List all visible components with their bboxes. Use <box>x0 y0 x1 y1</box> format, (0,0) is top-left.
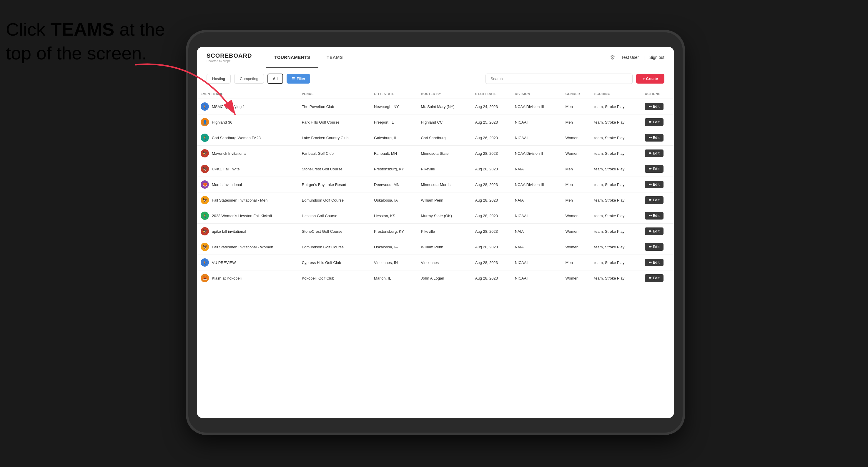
cell-start-7: Aug 28, 2023 <box>472 208 512 224</box>
cell-scoring-8: team, Stroke Play <box>591 224 642 239</box>
event-name-8: upike fall invitational <box>212 229 246 234</box>
team-avatar-8: 🦅 <box>201 227 209 236</box>
col-header-division: DIVISION <box>512 89 562 99</box>
signout-link[interactable]: Sign out <box>649 55 664 60</box>
table-row: 🏌 MSMC Qualifying 1 The Powelton Club Ne… <box>197 99 674 115</box>
event-name-11: Klash at Kokopelli <box>212 276 242 280</box>
cell-scoring-7: team, Stroke Play <box>591 208 642 224</box>
competing-filter-button[interactable]: Competing <box>234 74 264 84</box>
tablet-frame: SCOREBOARD Powered by clippit TOURNAMENT… <box>188 32 683 433</box>
nav-tabs: TOURNAMENTS TEAMS <box>266 47 608 68</box>
cell-gender-0: Men <box>562 99 591 115</box>
col-header-start: START DATE <box>472 89 512 99</box>
toolbar: Hosting Competing All ☰ Filter + Create <box>197 68 674 89</box>
event-name-2: Carl Sandburg Women FA23 <box>212 136 261 140</box>
edit-button-4[interactable]: ✏ Edit <box>645 165 663 173</box>
table-row: 🦅 Maverick Invitational Faribault Golf C… <box>197 146 674 161</box>
event-name-5: Morris Invitational <box>212 182 242 187</box>
cell-venue-4: StoneCrest Golf Course <box>298 161 370 177</box>
filter-button[interactable]: ☰ Filter <box>287 74 310 84</box>
cell-actions-2: ✏ Edit <box>641 130 674 146</box>
cell-city-4: Prestonsburg, KY <box>370 161 417 177</box>
col-header-event: EVENT NAME <box>197 89 298 99</box>
cell-division-4: NAIA <box>512 161 562 177</box>
cell-event-1: 👤 Highland 36 <box>197 115 298 130</box>
cell-division-0: NCAA Division III <box>512 99 562 115</box>
cell-hosted-4: Pikeville <box>417 161 472 177</box>
tab-tournaments[interactable]: TOURNAMENTS <box>266 47 318 68</box>
table-container[interactable]: EVENT NAME VENUE CITY, STATE HOSTED BY S… <box>197 89 674 418</box>
cell-scoring-1: team, Stroke Play <box>591 115 642 130</box>
edit-button-1[interactable]: ✏ Edit <box>645 118 663 126</box>
event-name-6: Fall Statesmen Invitational - Men <box>212 198 268 203</box>
event-name-7: 2023 Women's Hesston Fall Kickoff <box>212 214 272 218</box>
team-avatar-10: 🏌 <box>201 258 209 267</box>
cell-event-5: 🦊 Morris Invitational <box>197 177 298 192</box>
cell-hosted-10: Vincennes <box>417 255 472 271</box>
edit-button-6[interactable]: ✏ Edit <box>645 196 663 204</box>
table-row: 🦊 Morris Invitational Ruttger's Bay Lake… <box>197 177 674 192</box>
cell-event-0: 🏌 MSMC Qualifying 1 <box>197 99 298 115</box>
cell-city-8: Prestonsburg, KY <box>370 224 417 239</box>
table-row: 🦅 upike fall invitational StoneCrest Gol… <box>197 224 674 239</box>
cell-hosted-5: Minnesota-Morris <box>417 177 472 192</box>
team-avatar-9: 🦅 <box>201 243 209 251</box>
cell-actions-0: ✏ Edit <box>641 99 674 115</box>
logo-subtitle: Powered by clippit <box>207 59 252 63</box>
cell-event-2: 🏌 Carl Sandburg Women FA23 <box>197 130 298 146</box>
cell-event-10: 🏌 VU PREVIEW <box>197 255 298 271</box>
table-row: 👤 Highland 36 Park Hills Golf Course Fre… <box>197 115 674 130</box>
cell-gender-9: Women <box>562 239 591 255</box>
all-filter-button[interactable]: All <box>268 73 283 84</box>
table-row: 🦅 Fall Statesmen Invitational - Women Ed… <box>197 239 674 255</box>
edit-button-0[interactable]: ✏ Edit <box>645 103 663 111</box>
table-row: 🏌 2023 Women's Hesston Fall Kickoff Hess… <box>197 208 674 224</box>
team-avatar-0: 🏌 <box>201 102 209 111</box>
cell-start-6: Aug 28, 2023 <box>472 192 512 208</box>
logo-title: SCOREBOARD <box>207 52 252 59</box>
cell-start-4: Aug 28, 2023 <box>472 161 512 177</box>
cell-hosted-3: Minnesota State <box>417 146 472 161</box>
edit-button-10[interactable]: ✏ Edit <box>645 259 663 266</box>
cell-venue-10: Cypress Hills Golf Club <box>298 255 370 271</box>
cell-venue-8: StoneCrest Golf Course <box>298 224 370 239</box>
search-input[interactable] <box>486 73 632 84</box>
event-name-4: UPKE Fall Invite <box>212 167 240 171</box>
tab-teams[interactable]: TEAMS <box>318 47 351 68</box>
cell-start-9: Aug 28, 2023 <box>472 239 512 255</box>
cell-start-11: Aug 28, 2023 <box>472 271 512 286</box>
cell-gender-7: Women <box>562 208 591 224</box>
team-avatar-3: 🦅 <box>201 149 209 157</box>
cell-gender-3: Women <box>562 146 591 161</box>
header-user[interactable]: Test User <box>621 55 639 60</box>
app-container: SCOREBOARD Powered by clippit TOURNAMENT… <box>197 47 674 418</box>
cell-venue-0: The Powelton Club <box>298 99 370 115</box>
edit-button-8[interactable]: ✏ Edit <box>645 227 663 235</box>
settings-icon[interactable]: ⚙ <box>609 53 617 62</box>
edit-button-3[interactable]: ✏ Edit <box>645 150 663 157</box>
cell-actions-6: ✏ Edit <box>641 192 674 208</box>
instruction-text: Click TEAMS at thetop of the screen. <box>6 18 165 65</box>
edit-button-5[interactable]: ✏ Edit <box>645 181 663 188</box>
cell-hosted-7: Murray State (OK) <box>417 208 472 224</box>
edit-button-7[interactable]: ✏ Edit <box>645 212 663 220</box>
cell-venue-1: Park Hills Golf Course <box>298 115 370 130</box>
team-avatar-2: 🏌 <box>201 133 209 142</box>
create-button[interactable]: + Create <box>636 74 664 84</box>
cell-division-10: NICAA II <box>512 255 562 271</box>
cell-event-8: 🦅 upike fall invitational <box>197 224 298 239</box>
cell-start-5: Aug 28, 2023 <box>472 177 512 192</box>
hosting-filter-button[interactable]: Hosting <box>207 74 231 84</box>
edit-button-2[interactable]: ✏ Edit <box>645 134 663 142</box>
cell-division-3: NCAA Division II <box>512 146 562 161</box>
logo-area: SCOREBOARD Powered by clippit <box>207 52 252 63</box>
table-row: 🦅 UPKE Fall Invite StoneCrest Golf Cours… <box>197 161 674 177</box>
edit-button-11[interactable]: ✏ Edit <box>645 274 663 282</box>
cell-start-0: Aug 24, 2023 <box>472 99 512 115</box>
cell-actions-1: ✏ Edit <box>641 115 674 130</box>
cell-scoring-9: team, Stroke Play <box>591 239 642 255</box>
search-box <box>486 73 632 84</box>
event-name-0: MSMC Qualifying 1 <box>212 104 245 109</box>
edit-button-9[interactable]: ✏ Edit <box>645 243 663 251</box>
cell-hosted-0: Mt. Saint Mary (NY) <box>417 99 472 115</box>
